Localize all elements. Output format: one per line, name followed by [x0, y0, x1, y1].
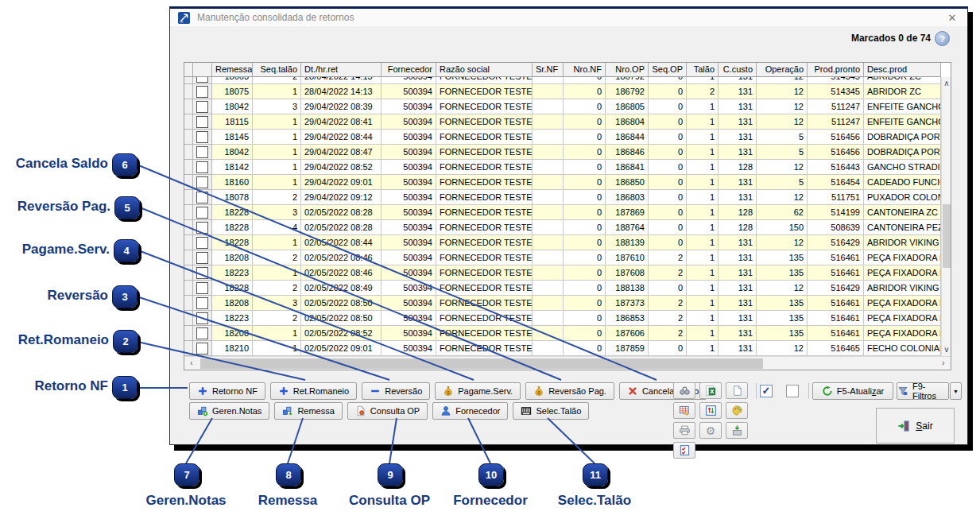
row-selector[interactable]	[184, 311, 193, 326]
table-row[interactable]: 18042329/04/2022 08:39500394FORNECEDOR T…	[184, 99, 941, 114]
row-selector[interactable]	[184, 99, 193, 114]
row-checkbox[interactable]	[196, 131, 208, 143]
table-row[interactable]: 18228102/05/2022 08:44500394FORNECEDOR T…	[184, 235, 941, 250]
column-header-seq-op[interactable]: Seq.OP	[649, 63, 687, 77]
column-order-button[interactable]	[699, 402, 722, 419]
column-header-seq-tal-o[interactable]: Seq.talão	[253, 63, 301, 77]
horizontal-scrollbar[interactable]: ‹ ›	[184, 356, 951, 370]
column-header-c-custo[interactable]: C.custo	[719, 63, 757, 77]
f9-filters-button[interactable]: F9-Filtros	[897, 382, 949, 400]
uncheck-all-checkbox[interactable]	[786, 385, 799, 397]
ret-romaneio-button[interactable]: Ret.Romaneio	[270, 382, 357, 400]
column-header-blank[interactable]	[184, 63, 193, 77]
scroll-right-icon[interactable]: ›	[938, 358, 949, 369]
close-icon[interactable]: ✕	[943, 10, 961, 25]
check-all-checkbox[interactable]: ✓	[760, 385, 773, 397]
remessa-button[interactable]: Remessa	[274, 402, 342, 420]
row-checkbox[interactable]	[196, 252, 208, 264]
new-document-button[interactable]	[726, 382, 748, 399]
checklist-button[interactable]	[673, 442, 695, 459]
retorno-nf-button[interactable]: Retorno NF	[189, 382, 265, 400]
revers-o-button[interactable]: Reversão	[362, 382, 430, 400]
selec-tal-o-button[interactable]: Selec.Talão	[513, 402, 589, 420]
row-selector[interactable]	[184, 250, 193, 265]
column-header-raz-o-social[interactable]: Razão social	[436, 63, 533, 77]
row-checkbox[interactable]	[196, 116, 208, 128]
row-checkbox[interactable]	[196, 176, 208, 188]
column-header-desc-prod[interactable]: Desc.prod	[864, 63, 941, 77]
row-selector[interactable]	[184, 175, 193, 190]
scroll-left-icon[interactable]: ‹	[186, 358, 197, 369]
vertical-scrollbar[interactable]: ∧ ∨	[941, 77, 951, 356]
column-header-sr-nf[interactable]: Sr.NF	[533, 63, 564, 77]
exit-button[interactable]: Sair	[876, 408, 955, 444]
f5-refresh-button[interactable]: F5-Atualizar	[812, 382, 893, 400]
column-header-nro-nf[interactable]: Nro.NF	[564, 63, 606, 77]
table-row[interactable]: 18145129/04/2022 08:44500394FORNECEDOR T…	[184, 130, 941, 145]
row-checkbox[interactable]	[196, 86, 208, 98]
row-checkbox[interactable]	[196, 222, 208, 234]
row-checkbox[interactable]	[196, 312, 208, 324]
table-row[interactable]: 18208302/05/2022 08:50500394FORNECEDOR T…	[184, 296, 941, 311]
vertical-scroll-thumb[interactable]	[943, 204, 951, 268]
row-selector[interactable]	[184, 205, 193, 220]
column-header-prod-pronto[interactable]: Prod.pronto	[808, 63, 864, 77]
column-header-opera-o[interactable]: Operação	[757, 63, 808, 77]
scroll-down-icon[interactable]: ∨	[942, 344, 951, 355]
row-checkbox[interactable]	[196, 267, 208, 279]
help-icon[interactable]: ?	[935, 31, 950, 46]
row-checkbox[interactable]	[196, 192, 208, 203]
table-row[interactable]: 18042129/04/2022 08:47500394FORNECEDOR T…	[184, 145, 941, 160]
row-checkbox[interactable]	[196, 77, 208, 83]
table-row[interactable]: 18160129/04/2022 09:01500394FORNECEDOR T…	[184, 175, 941, 190]
fornecedor-button[interactable]: Fornecedor	[432, 402, 508, 420]
row-checkbox[interactable]	[196, 297, 208, 309]
table-row[interactable]: 18078229/04/2022 09:12500394FORNECEDOR T…	[184, 190, 941, 205]
column-header-fornecedor[interactable]: Fornecedor	[382, 63, 436, 77]
grid-hand-button[interactable]	[673, 402, 695, 419]
table-row[interactable]: 18223102/05/2022 08:46500394FORNECEDOR T…	[184, 265, 941, 281]
column-header-nro-op[interactable]: Nro.OP	[606, 63, 649, 77]
package-import-button[interactable]	[726, 422, 748, 439]
row-selector[interactable]	[184, 326, 193, 341]
row-selector[interactable]	[184, 114, 193, 130]
palette-button[interactable]	[726, 402, 748, 419]
table-row[interactable]: 18075128/04/2022 14:13500394FORNECEDOR T…	[184, 84, 941, 99]
table-row[interactable]: 18223202/05/2022 08:50500394FORNECEDOR T…	[184, 311, 941, 326]
binoculars-button[interactable]	[673, 382, 695, 399]
row-checkbox[interactable]	[196, 207, 208, 219]
column-header-tal-o[interactable]: Talão	[687, 63, 719, 77]
revers-o-pag--button[interactable]: $Reversão Pag.	[525, 382, 614, 400]
row-checkbox[interactable]	[196, 146, 208, 158]
pagame-serv--button[interactable]: $Pagame.Serv.	[435, 382, 521, 400]
row-checkbox[interactable]	[196, 282, 208, 294]
row-checkbox[interactable]	[196, 101, 208, 113]
row-checkbox[interactable]	[196, 161, 208, 173]
row-selector[interactable]	[184, 84, 193, 99]
row-selector[interactable]	[184, 130, 193, 145]
row-checkbox[interactable]	[196, 327, 208, 339]
scroll-up-icon[interactable]: ∧	[942, 78, 951, 89]
row-selector[interactable]	[184, 235, 193, 250]
row-selector[interactable]	[184, 341, 193, 356]
row-selector[interactable]	[184, 281, 193, 296]
filters-dropdown-button[interactable]: ▼	[950, 382, 962, 400]
row-selector[interactable]	[184, 145, 193, 160]
excel-button[interactable]	[699, 382, 722, 399]
row-selector[interactable]	[184, 77, 193, 84]
row-selector[interactable]	[184, 296, 193, 311]
row-selector[interactable]	[184, 265, 193, 281]
table-row[interactable]: 18208202/05/2022 08:46500394FORNECEDOR T…	[184, 250, 941, 265]
table-row[interactable]: 18142129/04/2022 08:52500394FORNECEDOR T…	[184, 160, 941, 175]
row-selector[interactable]	[184, 220, 193, 235]
consulta-op-button[interactable]: Consulta OP	[347, 402, 428, 420]
row-checkbox[interactable]	[196, 343, 208, 354]
column-header-dt-hr-ret[interactable]: Dt./hr.ret	[301, 63, 382, 77]
column-header-blank[interactable]	[193, 63, 212, 77]
row-selector[interactable]	[184, 160, 193, 175]
table-row[interactable]: 18210102/05/2022 09:01500394FORNECEDOR T…	[184, 341, 941, 356]
row-checkbox[interactable]	[196, 237, 208, 249]
table-row[interactable]: 18063228/04/2022 14:13500394FORNECEDOR T…	[184, 77, 941, 84]
table-row[interactable]: 18228202/05/2022 08:49500394FORNECEDOR T…	[184, 281, 941, 296]
table-row[interactable]: 18228402/05/2022 08:28500394FORNECEDOR T…	[184, 220, 941, 235]
